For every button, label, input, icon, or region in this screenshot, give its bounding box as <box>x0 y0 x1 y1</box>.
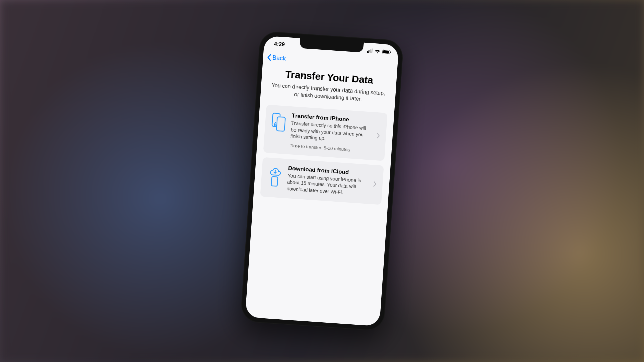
phone-screen: 4:29 Back Transfer Your Data You c <box>245 36 399 326</box>
svg-rect-5 <box>271 176 278 186</box>
phone-frame: 4:29 Back Transfer Your Data You c <box>240 31 404 331</box>
wifi-icon <box>374 49 381 53</box>
status-time: 4:29 <box>274 41 285 48</box>
cellular-signal-icon <box>367 48 373 53</box>
content-area: Transfer Your Data You can directly tran… <box>253 64 397 205</box>
back-button[interactable]: Back <box>267 54 286 62</box>
back-label: Back <box>272 54 286 62</box>
status-indicators <box>367 48 391 54</box>
option-body: Download from iCloud You can start using… <box>286 165 369 198</box>
svg-rect-1 <box>383 50 389 53</box>
svg-rect-4 <box>276 117 285 131</box>
icloud-download-icon <box>266 163 284 187</box>
svg-rect-2 <box>390 51 391 53</box>
battery-icon <box>382 49 391 54</box>
options-list: Transfer from iPhone Transfer directly s… <box>260 105 387 205</box>
chevron-left-icon <box>267 54 272 61</box>
option-body: Transfer from iPhone Transfer directly s… <box>290 112 373 154</box>
option-meta: Time to transfer: 5-10 minutes <box>290 143 371 154</box>
option-transfer-from-iphone[interactable]: Transfer from iPhone Transfer directly s… <box>263 105 388 161</box>
option-download-from-icloud[interactable]: Download from iCloud You can start using… <box>260 157 384 205</box>
chevron-right-icon <box>373 181 379 188</box>
phone-transfer-icon <box>270 111 287 132</box>
chevron-right-icon <box>376 133 382 140</box>
